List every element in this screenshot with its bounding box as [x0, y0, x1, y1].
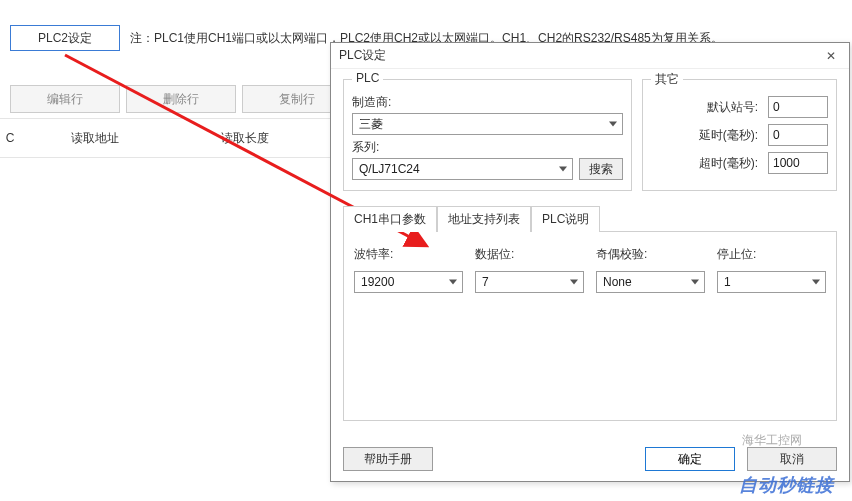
- series-combo[interactable]: Q/LJ71C24: [352, 158, 573, 180]
- tab-strip: CH1串口参数 地址支持列表 PLC说明: [343, 205, 837, 231]
- plc-settings-dialog: PLC设定 ✕ PLC 制造商: 三菱 系列: Q/LJ71C24 搜索: [330, 42, 850, 482]
- baud-label: 波特率:: [354, 246, 463, 263]
- default-station-label: 默认站号:: [688, 99, 758, 116]
- tab-addr-list[interactable]: 地址支持列表: [437, 206, 531, 232]
- tab-plc-desc[interactable]: PLC说明: [531, 206, 600, 232]
- watermark-text-2: 自动秒链接: [739, 473, 834, 497]
- delay-input[interactable]: 0: [768, 124, 828, 146]
- baud-combo[interactable]: 19200: [354, 271, 463, 293]
- stop-bits-label: 停止位:: [717, 246, 826, 263]
- data-bits-combo[interactable]: 7: [475, 271, 584, 293]
- search-button[interactable]: 搜索: [579, 158, 623, 180]
- ok-button[interactable]: 确定: [645, 447, 735, 471]
- dialog-title: PLC设定: [339, 47, 386, 64]
- col-read-len: 读取长度: [170, 130, 320, 147]
- tab-body: 波特率: 19200 数据位: 7 奇偶校验: None 停止位: 1: [343, 231, 837, 421]
- other-group-title: 其它: [651, 71, 683, 88]
- col-read-addr: 读取地址: [20, 130, 170, 147]
- watermark-text-1: 海华工控网: [742, 432, 802, 449]
- dialog-titlebar: PLC设定 ✕: [331, 43, 849, 69]
- plc-group: PLC 制造商: 三菱 系列: Q/LJ71C24 搜索: [343, 79, 632, 191]
- data-bits-label: 数据位:: [475, 246, 584, 263]
- maker-label: 制造商:: [352, 94, 623, 111]
- help-button[interactable]: 帮助手册: [343, 447, 433, 471]
- series-label: 系列:: [352, 139, 623, 156]
- parity-label: 奇偶校验:: [596, 246, 705, 263]
- timeout-input[interactable]: 1000: [768, 152, 828, 174]
- other-group: 其它 默认站号: 0 延时(毫秒): 0 超时(毫秒): 1000: [642, 79, 837, 191]
- edit-row-button[interactable]: 编辑行: [10, 85, 120, 113]
- col-c: C: [0, 131, 20, 145]
- timeout-label: 超时(毫秒):: [688, 155, 758, 172]
- delete-row-button[interactable]: 删除行: [126, 85, 236, 113]
- plc2-settings-button[interactable]: PLC2设定: [10, 25, 120, 51]
- close-icon[interactable]: ✕: [821, 46, 841, 66]
- parity-combo[interactable]: None: [596, 271, 705, 293]
- delay-label: 延时(毫秒):: [688, 127, 758, 144]
- stop-bits-combo[interactable]: 1: [717, 271, 826, 293]
- default-station-input[interactable]: 0: [768, 96, 828, 118]
- cancel-button[interactable]: 取消: [747, 447, 837, 471]
- maker-combo[interactable]: 三菱: [352, 113, 623, 135]
- tab-serial-params[interactable]: CH1串口参数: [343, 206, 437, 232]
- plc-group-title: PLC: [352, 71, 383, 85]
